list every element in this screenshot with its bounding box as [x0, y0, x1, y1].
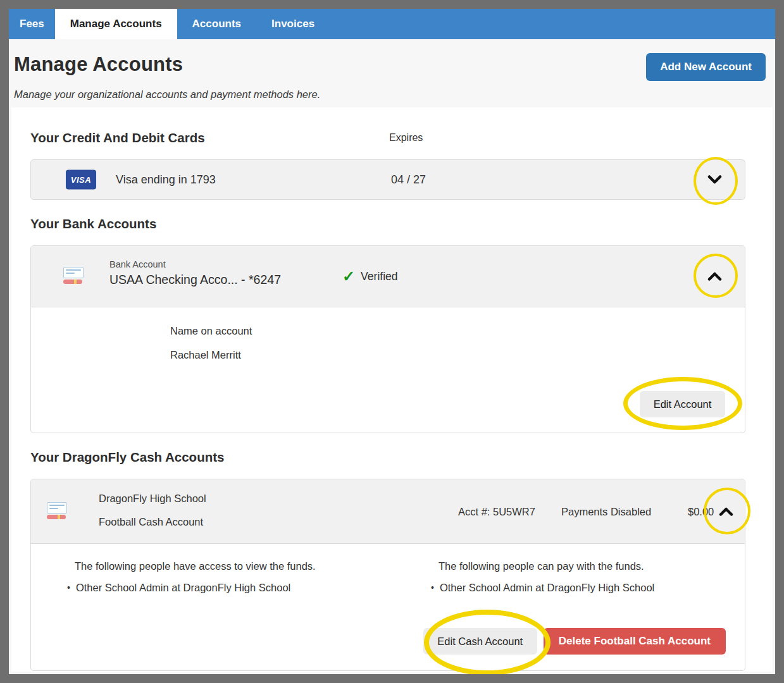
payments-status: Payments Disabled: [561, 505, 651, 517]
verified-check-icon: ✓: [342, 269, 355, 284]
bank-account-type-label: Bank Account: [109, 259, 281, 269]
cash-account-details: The following people have access to view…: [31, 544, 745, 670]
bullet-icon: •: [67, 582, 70, 593]
chevron-down-icon[interactable]: [707, 175, 722, 185]
bank-account-card: Bank Account USAA Checking Acco... - *62…: [30, 245, 745, 433]
page-subtitle: Manage your organizational accounts and …: [14, 89, 775, 101]
bank-check-icon: [63, 267, 85, 284]
expires-column-label: Expires: [389, 132, 423, 144]
credit-cards-section-head: Your Credit And Debit Cards Expires: [30, 130, 754, 149]
cash-account-card: DragonFly High School Football Cash Acco…: [30, 479, 745, 671]
cash-accounts-heading: Your DragonFly Cash Accounts: [30, 450, 754, 465]
verified-status: ✓ Verified: [342, 269, 397, 284]
cash-account-org: DragonFly High School: [99, 493, 206, 505]
bank-accounts-section-head: Your Bank Accounts: [30, 216, 754, 235]
bank-account-name: USAA Checking Acco... - *6247: [109, 273, 281, 287]
bullet-icon: •: [431, 582, 434, 593]
bank-account-header-row[interactable]: Bank Account USAA Checking Acco... - *62…: [31, 246, 745, 307]
page-title: Manage Accounts: [14, 53, 183, 76]
card-expiry: 04 / 27: [391, 173, 426, 187]
pay-access-title: The following people can pay with the fu…: [439, 560, 644, 572]
tab-invoices[interactable]: Invoices: [256, 9, 330, 39]
manage-accounts-page: Fees Manage Accounts Accounts Invoices M…: [9, 9, 775, 674]
add-new-account-button[interactable]: Add New Account: [646, 53, 766, 81]
delete-cash-account-button[interactable]: Delete Football Cash Account: [544, 628, 726, 655]
chevron-up-icon[interactable]: [719, 507, 733, 516]
name-on-account-label: Name on account: [170, 325, 252, 337]
page-header: Manage Accounts Add New Account: [9, 39, 775, 81]
name-on-account-value: Rachael Merritt: [170, 349, 241, 361]
cash-account-header-row[interactable]: DragonFly High School Football Cash Acco…: [31, 479, 745, 544]
accounts-panel: Your Credit And Debit Cards Expires VISA…: [11, 108, 773, 672]
tab-fees[interactable]: Fees: [9, 9, 55, 39]
cash-account-number: Acct #: 5U5WR7: [458, 505, 535, 517]
bank-account-titles: Bank Account USAA Checking Acco... - *62…: [109, 259, 281, 287]
pay-access-person: •Other School Admin at DragonFly High Sc…: [431, 582, 654, 594]
bank-accounts-heading: Your Bank Accounts: [30, 216, 754, 231]
view-access-title: The following people have access to view…: [75, 560, 316, 572]
verified-label: Verified: [361, 270, 397, 283]
cash-account-name: Football Cash Account: [99, 516, 203, 528]
chevron-up-icon[interactable]: [707, 272, 722, 281]
edit-account-button[interactable]: Edit Account: [640, 391, 725, 417]
tab-bar: Fees Manage Accounts Accounts Invoices: [9, 9, 775, 39]
cash-accounts-section-head: Your DragonFly Cash Accounts: [30, 450, 754, 469]
tab-accounts[interactable]: Accounts: [177, 9, 256, 39]
card-description: Visa ending in 1793: [116, 173, 216, 187]
cash-balance: $0.00: [688, 505, 714, 517]
credit-card-row[interactable]: VISA Visa ending in 1793 04 / 27: [30, 159, 745, 200]
visa-icon: VISA: [66, 170, 96, 190]
cash-check-icon: [47, 502, 68, 519]
edit-cash-account-button[interactable]: Edit Cash Account: [423, 628, 537, 655]
view-access-person: •Other School Admin at DragonFly High Sc…: [67, 582, 290, 594]
cash-actions: Edit Cash Account Delete Football Cash A…: [423, 628, 726, 655]
tab-manage-accounts[interactable]: Manage Accounts: [55, 9, 177, 39]
window-frame: Fees Manage Accounts Accounts Invoices M…: [0, 0, 784, 683]
bank-account-details: Name on account Rachael Merritt Edit Acc…: [31, 307, 745, 433]
